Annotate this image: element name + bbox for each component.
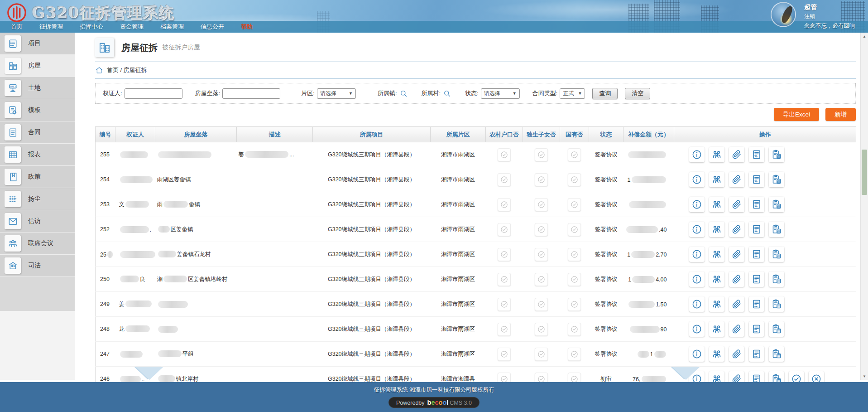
sidebar-item-template[interactable]: 模板: [0, 99, 75, 121]
contract-type-value: 正式: [563, 90, 574, 97]
nav-item-home[interactable]: 首页: [11, 23, 23, 31]
amount-cell: 1.50: [628, 301, 667, 308]
contractdoc-icon[interactable]: [749, 296, 764, 312]
add-button[interactable]: 新增: [825, 108, 856, 121]
attach-icon[interactable]: [729, 271, 744, 287]
status-label: 状态:: [465, 89, 479, 97]
only-child-check-icon: [535, 323, 548, 336]
contractdoc-icon[interactable]: [749, 197, 764, 212]
info-icon[interactable]: [689, 271, 705, 287]
survey-icon[interactable]: [769, 222, 784, 237]
rural-check-icon: [498, 323, 511, 336]
only-child-check-icon: [535, 348, 548, 361]
project-cell: G320绕城线三期项目（湘潭县段）: [313, 142, 431, 167]
sidebar-item-meeting[interactable]: 联席会议: [0, 233, 75, 255]
sidebar-item-report[interactable]: 报表: [0, 144, 75, 166]
clear-button[interactable]: 清空: [625, 88, 650, 99]
survey-icon[interactable]: [769, 346, 784, 362]
sidebar-item-justice[interactable]: 司法: [0, 255, 75, 277]
contractdoc-icon[interactable]: [749, 147, 764, 162]
attach-icon[interactable]: [729, 197, 744, 212]
district-cell: 湘潭市雨湖区: [431, 217, 486, 242]
family-icon[interactable]: [709, 147, 724, 162]
family-icon[interactable]: [709, 321, 724, 337]
breadcrumb[interactable]: 首页 / 房屋征拆: [95, 66, 856, 74]
contractdoc-icon[interactable]: [749, 346, 764, 362]
table-row: 247 平组 G320绕城线三期项目（湘潭县段） 湘潭市雨湖区 签署协议 1: [96, 342, 856, 367]
info-icon[interactable]: [689, 197, 705, 212]
nav-item-info-disclosure[interactable]: 信息公开: [201, 23, 224, 31]
attach-icon[interactable]: [729, 321, 744, 337]
scrollbar-thumb[interactable]: [862, 150, 867, 195]
nav-item-help[interactable]: 帮助: [241, 23, 253, 31]
sidebar-item-dust[interactable]: 扬尘: [0, 188, 75, 210]
info-icon[interactable]: [689, 296, 705, 312]
family-icon[interactable]: [709, 271, 724, 287]
survey-icon[interactable]: [769, 197, 784, 212]
survey-icon[interactable]: [769, 271, 784, 287]
family-icon[interactable]: [709, 346, 724, 362]
vertical-scrollbar[interactable]: ▲ ▼: [860, 33, 868, 380]
info-icon[interactable]: [689, 222, 705, 237]
status-select[interactable]: 请选择 ▼: [481, 88, 520, 99]
export-excel-button[interactable]: 导出Excel: [774, 108, 819, 121]
info-icon[interactable]: [689, 346, 705, 362]
chevron-down-icon: ▼: [574, 91, 582, 96]
address-input[interactable]: [222, 88, 280, 99]
sidebar-item-land[interactable]: SALE土地: [0, 77, 75, 99]
header-banner: G320征拆管理系统 超管 注销 念念不忘，必有回响 首页征拆管理指挥中心资金管…: [0, 0, 868, 33]
family-icon[interactable]: [709, 222, 724, 237]
contractdoc-icon[interactable]: [749, 247, 764, 262]
area-select[interactable]: 请选择 ▼: [317, 88, 356, 99]
report-icon: [5, 146, 21, 163]
attach-icon[interactable]: [729, 172, 744, 187]
nav-item-command-center[interactable]: 指挥中心: [80, 23, 103, 31]
attach-icon[interactable]: [729, 147, 744, 162]
redacted-text: [638, 351, 649, 358]
survey-icon[interactable]: [769, 147, 784, 162]
info-icon[interactable]: [689, 172, 705, 187]
info-icon[interactable]: [689, 147, 705, 162]
amount-cell: 76,: [633, 376, 667, 383]
info-icon[interactable]: [689, 247, 705, 262]
only-child-check-icon: [535, 148, 548, 161]
decor-funnel: [136, 367, 163, 380]
survey-icon[interactable]: [769, 321, 784, 337]
contractdoc-icon[interactable]: [749, 222, 764, 237]
sidebar-item-house[interactable]: 房屋: [0, 55, 75, 77]
project-cell: G320绕城线三期项目（湘潭县段）: [313, 292, 431, 317]
nav-item-archive-mgmt[interactable]: 档案管理: [160, 23, 184, 31]
sidebar-item-policy[interactable]: 政策: [0, 166, 75, 188]
contractdoc-icon[interactable]: [749, 172, 764, 187]
family-icon[interactable]: [709, 197, 724, 212]
survey-icon[interactable]: [769, 247, 784, 262]
info-icon[interactable]: [689, 321, 705, 337]
logout-link[interactable]: 注销: [804, 13, 815, 20]
nav-item-expropriation-mgmt[interactable]: 征拆管理: [39, 23, 63, 31]
contractdoc-icon[interactable]: [749, 321, 764, 337]
survey-icon[interactable]: [769, 172, 784, 187]
attach-icon[interactable]: [729, 346, 744, 362]
scroll-down-arrow[interactable]: ▼: [861, 373, 868, 380]
avatar[interactable]: [771, 2, 796, 27]
family-icon[interactable]: [709, 247, 724, 262]
search-button[interactable]: 查询: [592, 88, 618, 99]
nav-item-fund-mgmt[interactable]: 资金管理: [120, 23, 144, 31]
family-icon[interactable]: [709, 296, 724, 312]
contract-type-select[interactable]: 正式 ▼: [560, 88, 585, 99]
attach-icon[interactable]: [729, 247, 744, 262]
town-search-icon[interactable]: [399, 89, 408, 98]
redacted-text: [158, 326, 178, 333]
contractdoc-icon[interactable]: [749, 271, 764, 287]
village-search-icon[interactable]: [443, 89, 451, 98]
owner-input[interactable]: [125, 88, 182, 99]
sidebar-item-contract[interactable]: 合同: [0, 121, 75, 144]
attach-icon[interactable]: [729, 222, 744, 237]
attach-icon[interactable]: [729, 296, 744, 312]
sidebar-item-project[interactable]: 项目: [0, 33, 75, 55]
family-icon[interactable]: [709, 172, 724, 187]
sidebar-item-petition[interactable]: 信访: [0, 210, 75, 233]
state-owned-check-icon: [568, 198, 581, 211]
survey-icon[interactable]: [769, 296, 784, 312]
scroll-up-arrow[interactable]: ▲: [861, 33, 868, 40]
